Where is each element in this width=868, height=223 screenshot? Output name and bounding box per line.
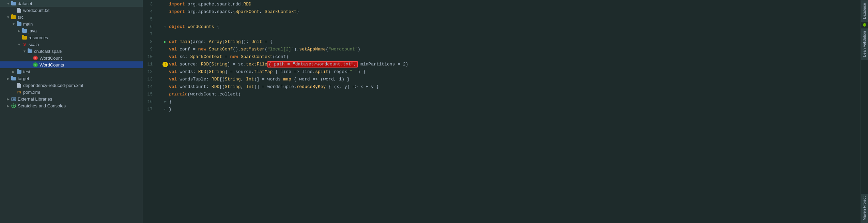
code-line-12: val words: RDD[String] = source.flatMap … <box>161 68 861 76</box>
code-line-14: val wordsCount: RDD[(String, Int)] = wor… <box>161 83 861 91</box>
tree-arrow-scala <box>16 42 22 47</box>
tree-arrow-src <box>5 14 11 20</box>
folder-icon-dataset <box>11 1 16 6</box>
code-content[interactable]: import org.apache.spark.rdd.RDD import o… <box>159 0 861 223</box>
code-line-3: import org.apache.spark.rdd.RDD <box>161 1 861 8</box>
sidebar-item-wordcount-txt[interactable]: wordcount.txt <box>0 7 143 14</box>
folder-icon-test <box>16 69 22 74</box>
sidebar-item-cn-itcast-spark[interactable]: cn.itcast.spark <box>0 48 143 55</box>
sidebar-item-target[interactable]: target <box>0 75 143 82</box>
gutter-16: ⌐ <box>161 98 169 106</box>
sidebar-label-dep-pom: dependency-reduced-pom.xml <box>23 83 83 88</box>
fold-close-17: ⌐ <box>164 106 167 113</box>
sidebar-label-scratches: Scratches and Consoles <box>18 103 66 108</box>
folder-icon-target <box>11 76 16 81</box>
tree-arrow-cn <box>22 48 27 54</box>
folder-icon-cn <box>27 48 33 54</box>
tree-arrow-main <box>11 21 16 27</box>
tree-arrow-target <box>5 76 11 81</box>
sidebar-label-cn: cn.itcast.spark <box>34 49 62 54</box>
gutter-8: ▶ <box>161 38 169 46</box>
file-icon-pom: m <box>16 89 22 95</box>
code-line-8: ▶ def main(args: Array[String]): Unit = … <box>161 38 861 46</box>
folder-icon-java <box>22 28 27 33</box>
sidebar-label-scala: scala <box>29 42 39 47</box>
fold-icon-6: ▿ <box>164 23 167 31</box>
code-line-11: ! val source: RDD[String] = sc.textFile(… <box>161 61 861 68</box>
sidebar-label-test: test <box>23 69 30 74</box>
sidebar-item-src[interactable]: src <box>0 14 143 20</box>
svg-rect-0 <box>12 98 16 101</box>
code-line-6: ▿ object WordCounts { <box>161 23 861 31</box>
icon-scratches <box>11 103 16 108</box>
gutter-17: ⌐ <box>161 106 169 113</box>
sidebar-label-target: target <box>18 76 29 81</box>
sidebar-item-external-libraries[interactable]: External Libraries <box>0 95 143 102</box>
sidebar-item-wordcount[interactable]: WordCount <box>0 55 143 61</box>
sidebar-label-wordcount-cls: WordCount <box>40 56 62 61</box>
file-icon-wordcount <box>16 8 22 13</box>
tree-arrow-extlib <box>5 96 11 102</box>
tab-database[interactable]: Database <box>861 0 868 22</box>
sidebar-item-dep-pom[interactable]: dependency-reduced-pom.xml <box>0 82 143 89</box>
sidebar-item-java[interactable]: java <box>0 27 143 34</box>
right-tab-dot <box>863 23 866 27</box>
code-line-10: val sc: SparkContext = new SparkContext(… <box>161 53 861 61</box>
tree-arrow-java <box>16 28 22 33</box>
icon-wordcounts <box>33 62 38 68</box>
sidebar-item-scratches[interactable]: Scratches and Consoles <box>0 102 143 109</box>
tree-arrow-test <box>11 69 16 74</box>
sidebar-label-wordcount: wordcount.txt <box>23 8 49 13</box>
sidebar-label-extlib: External Libraries <box>18 96 52 102</box>
code-line-16: ⌐ } <box>161 98 861 106</box>
warning-icon-11: ! <box>162 62 168 67</box>
sidebar-item-main[interactable]: main <box>0 20 143 27</box>
folder-icon-src <box>11 14 16 20</box>
sidebar-label-src: src <box>18 15 24 20</box>
sidebar-label-pom: pom.xml <box>23 90 40 95</box>
right-sidebar: Database Bean Validation Maven Project <box>861 0 868 223</box>
folder-icon-main <box>16 21 22 27</box>
code-line-4: import org.apache.spark.{SparkConf, Spar… <box>161 8 861 16</box>
gutter-11: ! <box>161 62 169 67</box>
gutter-6: ▿ <box>161 23 169 31</box>
code-line-9: val conf = new SparkConf().setMaster("lo… <box>161 46 861 53</box>
code-line-7 <box>161 31 861 38</box>
sidebar-label-wordcounts: WordCounts <box>40 62 64 68</box>
tree-arrow-dataset <box>5 1 11 6</box>
folder-icon-resources <box>22 35 27 40</box>
sidebar-item-wordcounts[interactable]: WordCounts <box>0 61 143 68</box>
sidebar-label-dataset: dataset <box>18 1 32 6</box>
sidebar-item-dataset[interactable]: dataset <box>0 0 143 7</box>
tree-arrow-scratches <box>5 103 11 108</box>
file-tree: dataset wordcount.txt src main java reso… <box>0 0 143 223</box>
code-line-15: println(wordsCount.collect) <box>161 91 861 98</box>
sidebar-item-resources[interactable]: resources <box>0 34 143 41</box>
run-icon-8: ▶ <box>164 38 167 46</box>
folder-icon-scala: S <box>22 42 27 47</box>
icon-extlib <box>11 96 16 102</box>
sidebar-item-pom[interactable]: m pom.xml <box>0 89 143 95</box>
sidebar-item-scala[interactable]: S scala <box>0 41 143 48</box>
tab-maven[interactable]: Maven Project <box>861 193 868 223</box>
code-line-17: ⌐ } <box>161 106 861 113</box>
highlight-box-11: ( path = "dataset/wordcount.txt", <box>267 61 358 68</box>
code-line-5 <box>161 16 861 23</box>
sidebar-label-main: main <box>23 21 33 27</box>
code-line-13: val wordsTuple: RDD[(String, Int)] = wor… <box>161 76 861 83</box>
code-editor: 3 4 5 6 7 8 9 10 11 12 13 14 15 16 17 im… <box>143 0 861 223</box>
line-numbers: 3 4 5 6 7 8 9 10 11 12 13 14 15 16 17 <box>143 0 159 223</box>
sidebar-label-java: java <box>29 28 37 33</box>
sidebar-item-test[interactable]: test <box>0 68 143 75</box>
tab-bean-validation[interactable]: Bean Validation <box>861 28 868 60</box>
file-icon-dep-pom <box>16 83 22 88</box>
fold-close-16: ⌐ <box>164 98 167 106</box>
icon-wordcount <box>33 55 38 61</box>
sidebar-label-resources: resources <box>29 35 48 40</box>
